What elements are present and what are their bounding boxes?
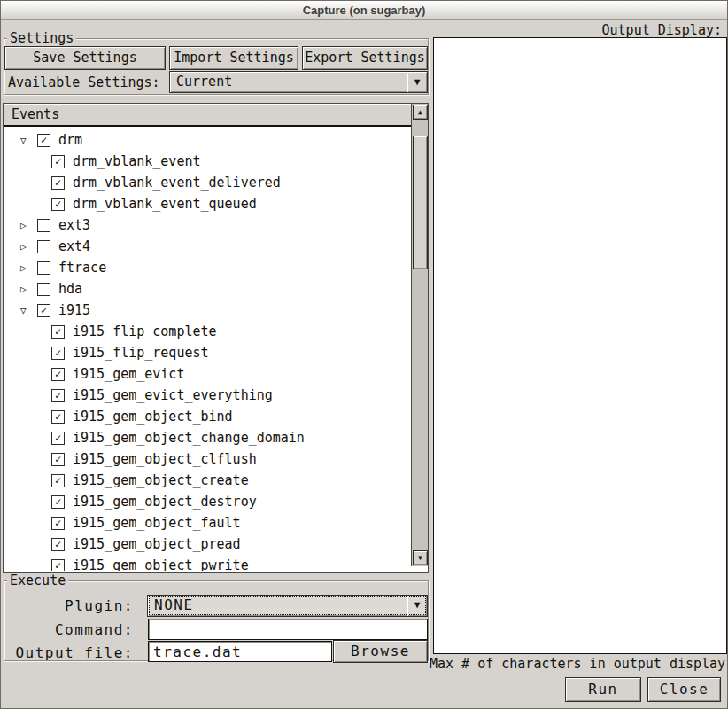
execute-frame-label: Execute bbox=[7, 573, 68, 588]
event-row[interactable]: ✓i915_flip_request bbox=[4, 342, 410, 363]
event-label: i915_gem_object_destroy bbox=[73, 494, 257, 510]
event-label: drm bbox=[58, 132, 82, 148]
events-column-header[interactable]: Events bbox=[4, 104, 411, 127]
browse-button[interactable]: Browse bbox=[333, 640, 428, 663]
event-row[interactable]: ✓i915_gem_object_bind bbox=[4, 406, 410, 427]
event-label: i915_gem_object_create bbox=[73, 472, 249, 488]
save-settings-button[interactable]: Save Settings bbox=[4, 46, 166, 70]
event-checkbox[interactable]: ✓ bbox=[51, 453, 65, 466]
event-row[interactable]: ▷ext4 bbox=[4, 236, 410, 257]
expander-closed-icon[interactable]: ▷ bbox=[20, 262, 37, 274]
event-checkbox[interactable] bbox=[37, 219, 50, 232]
event-checkbox[interactable]: ✓ bbox=[37, 134, 50, 147]
chevron-down-icon[interactable]: ▼ bbox=[407, 596, 427, 616]
event-row[interactable]: ✓i915_gem_object_create bbox=[4, 470, 410, 491]
event-label: i915_gem_object_pwrite bbox=[73, 557, 249, 571]
event-checkbox[interactable]: ✓ bbox=[51, 325, 65, 339]
event-checkbox[interactable] bbox=[37, 240, 50, 253]
output-display-label: Output Display: bbox=[602, 23, 722, 38]
event-label: hda bbox=[58, 281, 82, 297]
window-title: Capture (on sugarbay) bbox=[303, 4, 426, 17]
event-checkbox[interactable]: ✓ bbox=[51, 559, 65, 572]
output-display-area bbox=[433, 37, 727, 654]
event-row[interactable]: ✓i915_gem_evict bbox=[4, 363, 410, 385]
capture-window: Capture (on sugarbay) Settings Save Sett… bbox=[0, 0, 728, 709]
event-row[interactable]: ✓i915_gem_object_fault bbox=[4, 512, 410, 534]
event-row[interactable]: ✓drm_vblank_event_delivered bbox=[4, 172, 410, 193]
event-checkbox[interactable] bbox=[37, 261, 50, 275]
plugin-combo[interactable]: NONE ▼ bbox=[147, 595, 428, 617]
close-button[interactable]: Close bbox=[647, 677, 721, 702]
import-settings-button[interactable]: Import Settings bbox=[169, 46, 298, 70]
event-label: i915_gem_object_clflush bbox=[73, 451, 257, 467]
scrollbar-thumb[interactable] bbox=[413, 136, 428, 269]
event-checkbox[interactable]: ✓ bbox=[51, 389, 65, 402]
event-row[interactable]: ✓drm_vblank_event bbox=[4, 151, 410, 172]
event-checkbox[interactable]: ✓ bbox=[51, 432, 65, 445]
event-checkbox[interactable]: ✓ bbox=[37, 304, 50, 317]
event-row[interactable]: ✓drm_vblank_event_queued bbox=[4, 193, 410, 214]
event-label: i915_flip_request bbox=[73, 345, 209, 361]
events-panel: Events ▽✓drm✓drm_vblank_event✓drm_vblank… bbox=[3, 103, 429, 573]
scroll-down-icon[interactable]: ▼ bbox=[413, 550, 428, 565]
expander-closed-icon[interactable]: ▷ bbox=[20, 241, 37, 253]
events-scrollbar[interactable]: ▲ ▼ bbox=[411, 104, 428, 566]
scroll-up-icon[interactable]: ▲ bbox=[413, 105, 428, 120]
event-row[interactable]: ✓i915_gem_evict_everything bbox=[4, 385, 410, 406]
max-chars-label: Max # of characters in output display bbox=[430, 657, 728, 672]
expander-closed-icon[interactable]: ▷ bbox=[20, 284, 37, 295]
event-label: i915_gem_object_pread bbox=[73, 536, 241, 552]
event-label: i915_gem_object_change_domain bbox=[73, 430, 305, 446]
event-row[interactable]: ✓i915_gem_object_change_domain bbox=[4, 427, 410, 448]
event-row[interactable]: ▽✓i915 bbox=[4, 300, 410, 321]
event-row[interactable]: ✓i915_gem_object_pread bbox=[4, 534, 410, 555]
event-label: i915_gem_evict bbox=[73, 366, 184, 382]
event-row[interactable]: ✓i915_gem_object_clflush bbox=[4, 448, 410, 470]
event-label: i915_gem_object_bind bbox=[73, 409, 233, 425]
event-label: ext3 bbox=[58, 217, 90, 233]
run-button[interactable]: Run bbox=[565, 677, 641, 702]
command-label: Command: bbox=[1, 621, 134, 638]
event-label: drm_vblank_event bbox=[73, 153, 201, 169]
events-list: ▽✓drm✓drm_vblank_event✓drm_vblank_event_… bbox=[4, 129, 410, 571]
command-input[interactable] bbox=[148, 619, 428, 640]
event-checkbox[interactable]: ✓ bbox=[51, 155, 65, 168]
event-label: i915 bbox=[58, 302, 90, 318]
event-checkbox[interactable] bbox=[37, 283, 50, 296]
output-file-label: Output file: bbox=[1, 644, 134, 661]
available-settings-combo[interactable]: Current ▼ bbox=[169, 71, 428, 93]
expander-open-icon[interactable]: ▽ bbox=[20, 135, 37, 146]
event-checkbox[interactable]: ✓ bbox=[51, 368, 65, 381]
event-checkbox[interactable]: ✓ bbox=[51, 198, 65, 211]
event-checkbox[interactable]: ✓ bbox=[51, 517, 65, 530]
available-settings-label: Available Settings: bbox=[8, 74, 160, 90]
event-row[interactable]: ✓i915_gem_object_destroy bbox=[4, 491, 410, 512]
event-label: i915_flip_complete bbox=[73, 323, 217, 339]
event-label: drm_vblank_event_delivered bbox=[73, 175, 281, 191]
chevron-down-icon[interactable]: ▼ bbox=[407, 72, 427, 92]
event-row[interactable]: ▷hda bbox=[4, 278, 410, 300]
output-file-input[interactable] bbox=[148, 641, 332, 662]
settings-frame-label: Settings bbox=[7, 31, 76, 45]
events-header-label: Events bbox=[12, 106, 59, 122]
event-row[interactable]: ▷ftrace bbox=[4, 257, 410, 278]
event-row[interactable]: ▽✓drm bbox=[4, 129, 410, 151]
event-checkbox[interactable]: ✓ bbox=[51, 347, 65, 360]
event-checkbox[interactable]: ✓ bbox=[51, 474, 65, 487]
event-row[interactable]: ✓i915_gem_object_pwrite bbox=[4, 555, 410, 571]
event-label: i915_gem_evict_everything bbox=[73, 387, 273, 403]
expander-closed-icon[interactable]: ▷ bbox=[20, 220, 37, 231]
event-checkbox[interactable]: ✓ bbox=[51, 538, 65, 551]
event-checkbox[interactable]: ✓ bbox=[51, 410, 65, 424]
plugin-value: NONE bbox=[154, 596, 194, 613]
event-row[interactable]: ▷ext3 bbox=[4, 214, 410, 236]
event-label: ext4 bbox=[58, 238, 90, 254]
event-row[interactable]: ✓i915_flip_complete bbox=[4, 321, 410, 342]
available-settings-value: Current bbox=[176, 74, 232, 90]
event-checkbox[interactable]: ✓ bbox=[51, 495, 65, 509]
event-checkbox[interactable]: ✓ bbox=[51, 176, 65, 190]
event-label: ftrace bbox=[58, 260, 106, 276]
expander-open-icon[interactable]: ▽ bbox=[20, 305, 37, 316]
titlebar[interactable]: Capture (on sugarbay) bbox=[1, 1, 727, 20]
export-settings-button[interactable]: Export Settings bbox=[302, 46, 428, 70]
